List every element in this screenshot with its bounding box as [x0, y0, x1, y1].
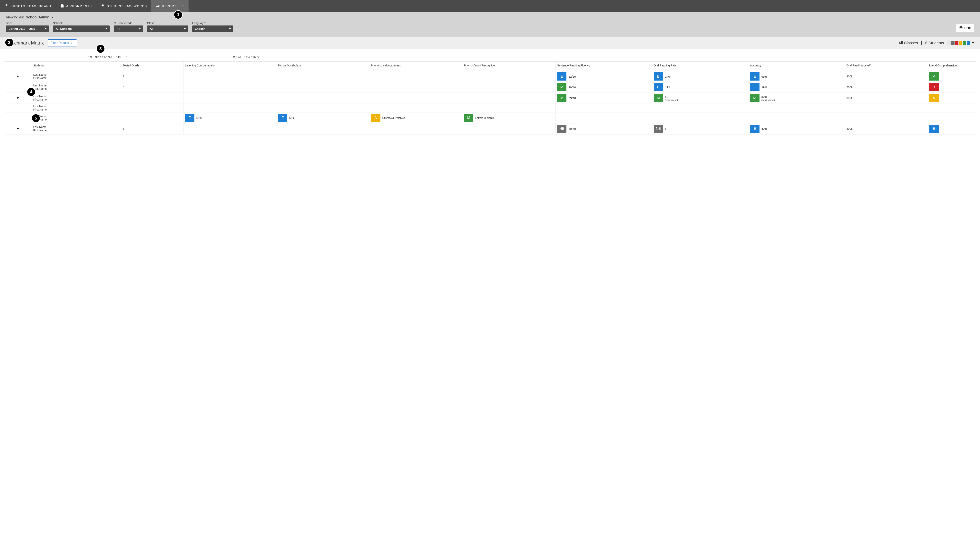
grade-label: Current Grade: [114, 21, 143, 25]
perf-badge: NE [654, 125, 663, 133]
class-select[interactable]: All [147, 25, 188, 32]
language-select[interactable]: English [192, 25, 233, 32]
expand-icon[interactable] [17, 76, 19, 77]
callout-5: 5 [31, 114, 40, 123]
orl-value: 300L [845, 123, 928, 134]
print-label: Print [964, 26, 971, 30]
expand-icon[interactable] [17, 97, 19, 99]
cell-value: 80%(hand-scored) [762, 95, 775, 101]
cell-value: 40/40 [568, 127, 576, 131]
col-phonological[interactable]: Phonological Awareness [369, 62, 463, 71]
perf-badge: E [185, 114, 194, 122]
perf-badge: B [929, 83, 939, 91]
cell-value: 59% [196, 116, 202, 119]
student-name[interactable]: Last Name,First Name [32, 113, 121, 123]
cell-value: 112 [665, 86, 670, 89]
legend-swatch [959, 41, 963, 45]
nav-proctor-dashboard[interactable]: PROCTOR DASHBOARD [0, 0, 56, 12]
benchmark-matrix-table: FOUNDATIONAL SKILLS ORAL READING Student… [4, 53, 976, 134]
col-accuracy[interactable]: Accuracy [749, 62, 845, 71]
legend-swatch [963, 41, 966, 45]
grade-value: All [116, 27, 120, 30]
callout-1: 1 [173, 10, 183, 19]
callout-2: 2 [5, 38, 14, 47]
student-name[interactable]: Last Name,First Name [32, 103, 121, 113]
orl-value [845, 103, 928, 113]
term-select[interactable]: Spring 2018 – 2019 [6, 25, 49, 32]
language-label: Language: [192, 21, 233, 25]
chevron-down-icon [184, 28, 186, 29]
cell-value: 99% [762, 86, 767, 89]
grade-select[interactable]: All [114, 25, 143, 32]
perf-badge: M [929, 72, 939, 81]
nav-label: STUDENT PASSWORDS [107, 4, 147, 8]
viewing-as[interactable]: Viewing as: School Admin [6, 15, 974, 19]
orl-value: 300L [845, 82, 928, 93]
legend-swatches[interactable] [947, 41, 974, 45]
nav-label: ASSIGNMENTS [66, 4, 92, 8]
tested-grade: 1 [121, 123, 183, 134]
cell-value: 40% [762, 127, 767, 131]
class-value: All [150, 27, 153, 30]
nav-student-passwords[interactable]: STUDENT PASSWORDS [96, 0, 151, 12]
col-srf[interactable]: Sentence Reading Fluency [555, 62, 652, 71]
perf-badge: E [278, 114, 287, 122]
summary-sep: | [921, 41, 922, 45]
cell-value: 33/40 [568, 96, 576, 100]
chevron-down-icon [229, 28, 231, 29]
student-name[interactable]: Last Name,First Name [32, 82, 121, 93]
cell-value: Rhymes & Syllables [382, 116, 405, 119]
table-row: Last Name,First Name1NE40/40NE8E40%300LE [4, 123, 976, 134]
top-nav: PROCTOR DASHBOARD ASSIGNMENTS STUDENT PA… [0, 0, 980, 12]
school-label: School: [53, 21, 110, 25]
tested-grade [121, 93, 183, 103]
col-tested-grade[interactable]: Tested Grade [121, 62, 183, 71]
cell-value: 29/40 [568, 86, 576, 89]
col-listening[interactable]: Listening Comprehension [183, 62, 276, 71]
cell-value: 59(hand-scored) [665, 95, 678, 101]
print-button[interactable]: Print [956, 24, 974, 32]
viewing-as-role: School Admin [26, 15, 49, 19]
nav-assignments[interactable]: ASSIGNMENTS [56, 0, 96, 12]
callout-4: 4 [27, 88, 36, 96]
tested-grade: 3 [121, 71, 183, 82]
student-name[interactable]: Last Name,First Name [32, 71, 121, 82]
col-literal[interactable]: Literal Comprehension [928, 62, 976, 71]
printer-icon [959, 26, 963, 30]
perf-badge: E [654, 72, 663, 81]
chevron-down-icon [51, 17, 53, 18]
table-row: Last Name,First Name3M29/40E112E99%300LB [4, 82, 976, 93]
filter-results-button[interactable]: Filter Results [48, 40, 77, 46]
filter-icon [71, 42, 74, 44]
col-orr[interactable]: Oral Reading Rate [652, 62, 748, 71]
nav-reports[interactable]: REPORTS ▼ [151, 0, 189, 12]
student-name[interactable]: Last Name,First Name [32, 123, 121, 134]
callout-3: 3 [96, 44, 105, 53]
table-row: Last Name,First Name3E59%E59%ARhymes & S… [4, 113, 976, 123]
cell-value: 140+ [665, 75, 672, 78]
school-select[interactable]: All Schools [53, 25, 110, 32]
chevron-down-icon [139, 28, 141, 29]
legend-swatch [947, 41, 951, 45]
clipboard-icon [60, 4, 64, 8]
chevron-down-icon [45, 28, 47, 29]
student-name[interactable]: Last Name,First Name [32, 93, 121, 103]
group-header-srf-blank [161, 53, 188, 61]
expand-icon[interactable] [17, 128, 19, 130]
col-phonics[interactable]: Phonics/Word Recognition [462, 62, 555, 71]
col-student[interactable]: Student↑ [32, 62, 121, 71]
tested-grade [121, 103, 183, 113]
sort-asc-icon: ↑ [43, 64, 44, 67]
col-orl[interactable]: Oral Reading Level* [845, 62, 928, 71]
perf-badge: A [929, 94, 939, 102]
col-picture[interactable]: Picture Vocabulary [276, 62, 369, 71]
cell-value: Letters in Words [475, 116, 494, 119]
filter-bar: Viewing as: School Admin Term: Spring 20… [0, 12, 980, 37]
tested-grade: 3 [121, 113, 183, 123]
nav-label: REPORTS [162, 4, 179, 8]
gauge-icon [4, 4, 9, 8]
perf-badge: E [750, 72, 759, 81]
perf-badge: M [750, 94, 759, 102]
perf-badge: E [750, 83, 759, 91]
legend-swatch [967, 41, 970, 45]
